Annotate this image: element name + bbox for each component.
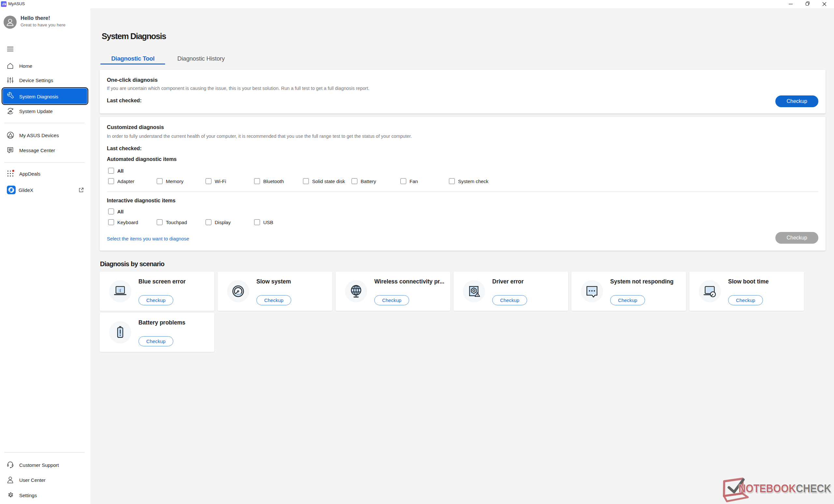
svg-text::(: :( — [118, 288, 121, 292]
